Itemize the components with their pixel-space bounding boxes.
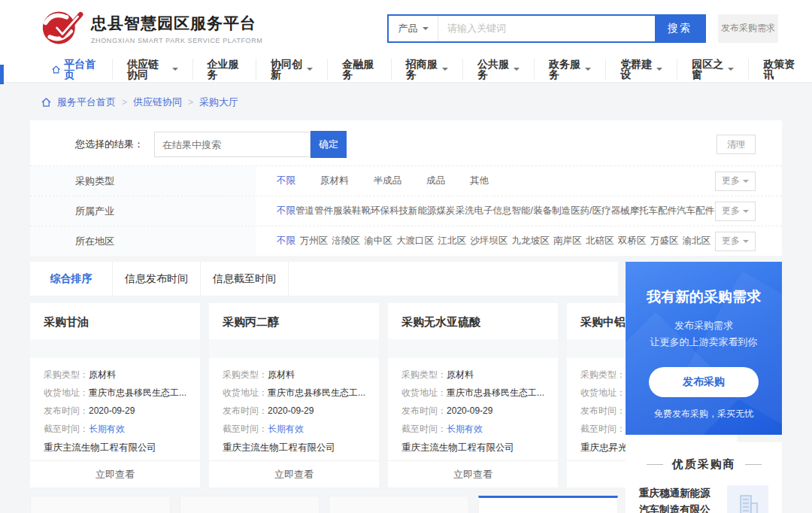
nav-item-park-window[interactable]: 园区之窗	[677, 59, 748, 80]
view-now-button[interactable]: 立即查看	[388, 460, 558, 487]
filter-option[interactable]: 万州区	[299, 235, 328, 247]
breadcrumb-current[interactable]: 采购大厅	[199, 96, 238, 109]
nav-item-finance[interactable]: 金融服务	[327, 59, 391, 80]
filter-option[interactable]: 双桥区	[618, 235, 647, 247]
tab-deadline-time[interactable]: 信息截至时间	[201, 262, 289, 296]
home-icon	[52, 65, 60, 74]
search-button[interactable]: 搜索	[655, 16, 704, 41]
more-button[interactable]: 更多	[715, 232, 756, 251]
filter-option[interactable]: 不限	[277, 175, 295, 187]
nav-item-public-service[interactable]: 公共服务	[462, 59, 534, 80]
filter-option[interactable]: 成品	[426, 175, 445, 187]
card-divider	[388, 339, 558, 358]
clear-button[interactable]: 清理	[717, 135, 756, 154]
card-type: 原材料	[447, 369, 474, 380]
divider	[647, 464, 663, 465]
filter-option[interactable]: 环保科技	[371, 205, 408, 217]
card-divider	[30, 339, 200, 358]
divider	[745, 464, 762, 465]
sort-tabs: 综合排序 信息发布时间 信息截至时间	[30, 262, 618, 296]
filter-option[interactable]: 摩托车配件	[629, 205, 677, 217]
filter-row-industry: 所属产业 不限 管道管件 服装鞋靴 环保科技 新能源 煤炭采洗 电子信息 智能/…	[30, 196, 782, 226]
chevron-down-icon	[442, 68, 448, 74]
view-now-button[interactable]: 立即查看	[209, 460, 379, 487]
filter-option[interactable]: 医药/医疗器械	[571, 205, 629, 217]
publish-demand-button[interactable]: 发布采购需求	[718, 14, 778, 43]
breadcrumb-home[interactable]: 服务平台首页	[57, 96, 116, 109]
nav-item-policy-news[interactable]: 政策资讯	[748, 59, 812, 80]
nav-item-investment[interactable]: 招商服务	[391, 59, 462, 80]
filter-option[interactable]: 原材料	[320, 175, 349, 187]
nav-item-government[interactable]: 政务服务	[534, 59, 605, 80]
filter-option[interactable]: 其他	[470, 175, 489, 187]
brand: 忠县智慧园区服务平台 ZHONGXIAN SMART PARK SERVICE …	[41, 8, 262, 50]
procurement-card[interactable]	[329, 496, 469, 513]
filter-option[interactable]: 汽车配件	[677, 205, 714, 217]
publish-procurement-button[interactable]: 发布采购	[649, 367, 759, 397]
quality-buyers-panel: 优质采购商 重庆穗通新能源汽车制造有限公司	[626, 442, 782, 513]
result-search-input[interactable]	[154, 132, 311, 157]
filter-option[interactable]: 管道管件	[295, 205, 333, 217]
filter-option[interactable]: 服装鞋靴	[333, 205, 371, 217]
filter-option[interactable]: 半成品	[374, 175, 402, 187]
filter-label: 采购类型	[30, 166, 256, 196]
search-bar: 产品 搜索	[387, 14, 706, 43]
filter-label: 所在地区	[30, 226, 256, 256]
home-icon	[41, 98, 51, 107]
next-card-row	[30, 496, 618, 513]
card-deadline: 长期有效	[89, 423, 125, 434]
card-type: 原材料	[89, 369, 116, 380]
confirm-button[interactable]: 确定	[311, 131, 347, 158]
side-widget[interactable]	[0, 65, 4, 84]
more-button[interactable]: 更多	[715, 172, 756, 191]
card-publish-date: 2020-09-29	[89, 405, 135, 416]
promo-footnote: 免费发布采购，采买无忧	[626, 408, 782, 420]
procurement-card[interactable]: 采购甘油 采购类型：原材料 收货地址：重庆市忠县移民生态工... 发布时间：20…	[30, 303, 200, 487]
filter-option[interactable]: 渝中区	[364, 235, 392, 247]
chevron-down-icon	[307, 68, 313, 74]
more-button[interactable]: 更多	[715, 202, 756, 221]
procurement-card[interactable]: 采购丙二醇 采购类型：原材料 收货地址：重庆市忠县移民生态工... 发布时间：2…	[209, 303, 379, 487]
buyer-item[interactable]: 重庆穗通新能源汽车制造有限公司	[639, 485, 768, 513]
chevron-down-icon	[585, 68, 591, 74]
promo-title: 我有新的采购需求	[626, 287, 782, 307]
card-title: 采购甘油	[30, 303, 200, 333]
chevron-down-icon	[423, 27, 429, 33]
filter-option[interactable]: 不限	[277, 205, 295, 217]
filter-option[interactable]: 智能/装备制造	[512, 205, 571, 217]
filter-option[interactable]: 九龙坡区	[512, 235, 550, 247]
breadcrumb-supply-chain[interactable]: 供应链协同	[133, 96, 182, 109]
nav-item-innovation[interactable]: 协同创新	[256, 59, 327, 80]
search-category-select[interactable]: 产品	[389, 16, 438, 41]
filter-option[interactable]: 不限	[277, 235, 295, 247]
result-label: 您选择的结果：	[30, 138, 154, 151]
filter-option[interactable]: 江北区	[438, 235, 466, 247]
nav-item-party[interactable]: 党群建设	[605, 59, 677, 80]
card-type: 原材料	[268, 369, 295, 380]
procurement-card[interactable]	[478, 496, 619, 513]
filter-option[interactable]: 南岸区	[553, 235, 582, 247]
filter-option[interactable]: 沙坪坝区	[470, 235, 508, 247]
procurement-card[interactable]	[180, 496, 320, 513]
tab-publish-time[interactable]: 信息发布时间	[113, 262, 201, 296]
procurement-card[interactable]	[30, 496, 171, 513]
filter-option[interactable]: 煤炭采洗	[437, 205, 474, 217]
filter-option[interactable]: 万盛区	[650, 235, 679, 247]
filter-option[interactable]: 新能源	[408, 205, 437, 217]
view-now-button[interactable]: 立即查看	[30, 460, 200, 487]
tab-comprehensive-sort[interactable]: 综合排序	[30, 262, 113, 296]
filter-option[interactable]: 北碚区	[586, 235, 614, 247]
procurement-card[interactable]: 采购无水亚硫酸 采购类型：原材料 收货地址：重庆市忠县移民生态工... 发布时间…	[388, 303, 558, 487]
filter-option[interactable]: 电子信息	[474, 205, 512, 217]
filter-option[interactable]: 涪陵区	[332, 235, 360, 247]
nav-item-supply-chain[interactable]: 供应链协同	[112, 59, 192, 80]
filter-option[interactable]: 渝北区	[683, 235, 711, 247]
nav-item-enterprise[interactable]: 企业服务	[192, 59, 256, 80]
chevron-down-icon	[728, 68, 734, 74]
nav-item-home[interactable]: 平台首页	[38, 59, 112, 80]
filter-panel: 您选择的结果： 确定 清理 采购类型 不限 原材料 半成品 成品 其他 更多 所…	[30, 120, 782, 256]
procurement-card-list: 采购甘油 采购类型：原材料 收货地址：重庆市忠县移民生态工... 发布时间：20…	[30, 303, 618, 487]
search-input[interactable]	[438, 16, 655, 41]
promo-line1: 发布采购需求	[626, 317, 782, 334]
filter-option[interactable]: 大渡口区	[396, 235, 434, 247]
